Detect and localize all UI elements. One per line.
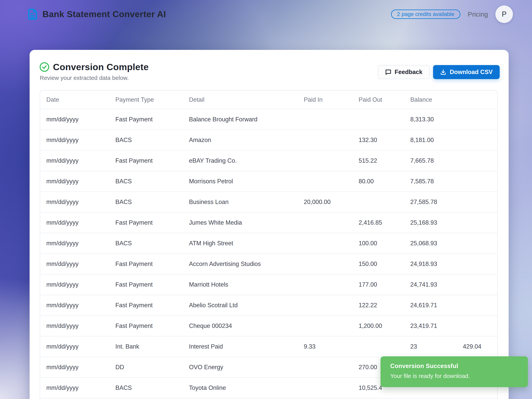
table-cell: Fast Payment [109, 212, 183, 233]
table-row: mm/dd/yyyyFast PaymentJumes White Media2… [40, 212, 497, 233]
feedback-button[interactable]: Feedback [378, 65, 430, 79]
download-csv-button-label: Download CSV [450, 69, 493, 76]
table-cell [352, 192, 404, 212]
table-cell: mm/dd/yyyy [40, 212, 109, 233]
avatar[interactable]: P [495, 6, 513, 23]
table-cell: Fast Payment [109, 295, 183, 316]
check-circle-icon [39, 62, 50, 72]
table-cell: 429.04 [457, 336, 497, 357]
table-cell: 100.00 [352, 233, 404, 254]
table-cell: Balance Brought Forward [183, 109, 298, 130]
table-cell [298, 109, 352, 130]
table-cell [40, 398, 109, 399]
table-cell: 150.00 [352, 254, 404, 274]
table-cell: 177.00 [352, 274, 404, 295]
page-subtitle: Review your extracted data below. [40, 75, 149, 81]
table-cell: 122.22 [352, 295, 404, 316]
table-cell: 132.30 [352, 130, 404, 150]
table-cell: 8,313.30 [404, 109, 457, 130]
table-cell: Fast Payment [109, 254, 183, 274]
table-cell: Accorn Advertising Studios [183, 254, 298, 274]
table-cell [457, 295, 497, 316]
table-cell: Marriott Hotels [183, 274, 298, 295]
table-cell: 2,416.85 [352, 212, 404, 233]
table-row: mm/dd/yyyyFast PaymentCheque 0002341,200… [40, 316, 497, 336]
table-cell: BACS [109, 378, 183, 398]
table-cell: 24,741.93 [404, 274, 457, 295]
card-header: Conversion Complete Review your extracte… [30, 50, 509, 81]
table-cell: DD [109, 357, 183, 378]
document-icon [28, 8, 37, 20]
table-cell: mm/dd/yyyy [40, 336, 109, 357]
table-cell: Fast Payment [109, 316, 183, 336]
table-cell: mm/dd/yyyy [40, 357, 109, 378]
table-cell [298, 130, 352, 150]
table-cell [457, 130, 497, 150]
toast-message: Your file is ready for download. [390, 373, 525, 379]
table-cell: 23,419.71 [404, 316, 457, 336]
table-cell: 27,585.78 [404, 192, 457, 212]
column-header: Payment Type [109, 90, 183, 109]
column-header: Balance [404, 90, 457, 109]
table-cell [457, 192, 497, 212]
table-cell: mm/dd/yyyy [40, 171, 109, 192]
table-cell: BACS [109, 130, 183, 150]
toast-notification[interactable]: Conversion Successful Your file is ready… [380, 356, 528, 387]
table-cell: 24,619.71 [404, 295, 457, 316]
table-cell [298, 357, 352, 378]
table-cell: mm/dd/yyyy [40, 130, 109, 150]
table-cell [457, 398, 497, 399]
table-cell: mm/dd/yyyy [40, 254, 109, 274]
table-row: mm/dd/yyyyInt. BankInterest Paid9.332342… [40, 336, 497, 357]
card-header-left: Conversion Complete Review your extracte… [39, 62, 149, 81]
table-row: mm/dd/yyyyBACSAmazon132.308,181.00 [40, 130, 497, 150]
table-cell [457, 254, 497, 274]
table-cell [298, 274, 352, 295]
table-cell [298, 295, 352, 316]
table-cell: mm/dd/yyyy [40, 378, 109, 398]
table-row: mm/dd/yyyyFast PaymentBalance Brought Fo… [40, 109, 497, 130]
table-cell: Fast Payment [109, 109, 183, 130]
table-row: mm/dd/yyyyFast PaymentAccorn Advertising… [40, 254, 497, 274]
table-cell [352, 109, 404, 130]
toast-title: Conversion Successful [390, 363, 525, 370]
table-cell: mm/dd/yyyy [40, 316, 109, 336]
card-header-actions: Feedback Download CSV [378, 65, 500, 79]
table-row [40, 398, 497, 399]
table-cell: 9.33 [298, 336, 352, 357]
table-cell [404, 398, 457, 399]
table-cell: Fast Payment [109, 274, 183, 295]
table-cell: mm/dd/yyyy [40, 295, 109, 316]
table-cell: 25,068.93 [404, 233, 457, 254]
table-cell: 25,168.93 [404, 212, 457, 233]
credits-badge[interactable]: 2 page credits available [391, 10, 460, 19]
table-cell: 7,585.78 [404, 171, 457, 192]
table-cell: 515.22 [352, 150, 404, 171]
table-cell [298, 171, 352, 192]
download-csv-button[interactable]: Download CSV [433, 65, 500, 79]
table-row: mm/dd/yyyyFast PaymentMarriott Hotels177… [40, 274, 497, 295]
table-header-row: DatePayment TypeDetailPaid InPaid OutBal… [40, 90, 497, 109]
table-cell: Int. Bank [109, 336, 183, 357]
table-cell: mm/dd/yyyy [40, 150, 109, 171]
table-cell: Morrisons Petrol [183, 171, 298, 192]
table-cell: mm/dd/yyyy [40, 233, 109, 254]
pricing-link[interactable]: Pricing [468, 11, 488, 18]
table-cell: mm/dd/yyyy [40, 274, 109, 295]
table-cell: ATM High Street [183, 233, 298, 254]
extracted-data-table: DatePayment TypeDetailPaid InPaid OutBal… [40, 90, 498, 399]
table-cell: 80.00 [352, 171, 404, 192]
table-cell [457, 212, 497, 233]
app-title: Bank Statement Converter AI [43, 9, 166, 19]
table-cell [298, 316, 352, 336]
table-cell [298, 398, 352, 399]
table-cell: Interest Paid [183, 336, 298, 357]
table-cell: 24,918.93 [404, 254, 457, 274]
table-cell: mm/dd/yyyy [40, 192, 109, 212]
column-header: Paid Out [352, 90, 404, 109]
column-header: Detail [183, 90, 298, 109]
table-cell [457, 233, 497, 254]
table-cell [457, 150, 497, 171]
table-cell [457, 274, 497, 295]
table-cell: Cheque 000234 [183, 316, 298, 336]
